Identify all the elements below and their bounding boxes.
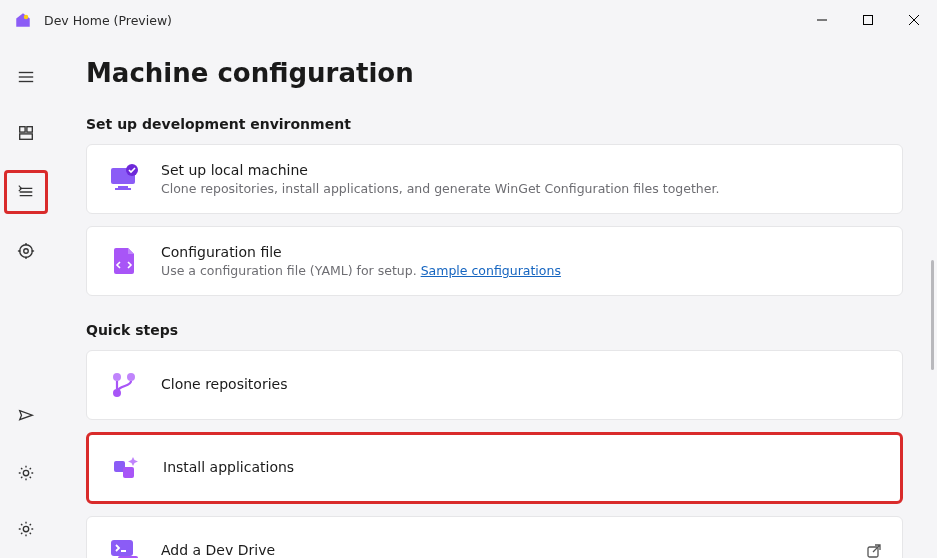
sidebar-item-extensions[interactable]	[7, 232, 45, 270]
hamburger-menu-button[interactable]	[7, 58, 45, 96]
sample-configurations-link[interactable]: Sample configurations	[421, 263, 561, 278]
card-title: Install applications	[163, 459, 880, 475]
svg-point-24	[127, 373, 135, 381]
titlebar: Dev Home (Preview)	[0, 0, 937, 40]
main-content: Machine configuration Set up development…	[52, 40, 937, 558]
sidebar	[0, 40, 52, 558]
card-add-dev-drive[interactable]: Add a Dev Drive	[86, 516, 903, 558]
card-description: Use a configuration file (YAML) for setu…	[161, 263, 882, 278]
svg-rect-28	[111, 540, 133, 556]
close-button[interactable]	[891, 0, 937, 40]
svg-rect-10	[20, 134, 33, 139]
file-code-icon	[107, 244, 141, 278]
svg-point-17	[23, 470, 28, 475]
svg-point-18	[23, 526, 28, 531]
monitor-check-icon	[107, 162, 141, 196]
section-label-quick-steps: Quick steps	[86, 322, 903, 338]
app-logo-icon	[14, 11, 32, 29]
card-title: Clone repositories	[161, 376, 882, 392]
sidebar-item-feedback[interactable]	[7, 398, 45, 436]
scrollbar-thumb[interactable]	[931, 260, 934, 370]
svg-point-12	[24, 249, 29, 254]
sidebar-item-machine-configuration[interactable]	[4, 170, 48, 214]
sidebar-item-settings[interactable]	[7, 454, 45, 492]
card-title: Set up local machine	[161, 162, 882, 178]
card-install-applications[interactable]: Install applications	[86, 432, 903, 504]
svg-point-0	[24, 15, 29, 20]
git-branch-icon	[107, 368, 141, 402]
card-configuration-file[interactable]: Configuration file Use a configuration f…	[86, 226, 903, 296]
card-clone-repositories[interactable]: Clone repositories	[86, 350, 903, 420]
open-external-icon	[866, 543, 882, 558]
card-setup-local-machine[interactable]: Set up local machine Clone repositories,…	[86, 144, 903, 214]
sidebar-item-preferences[interactable]	[7, 510, 45, 548]
svg-point-11	[20, 245, 33, 258]
svg-point-23	[113, 373, 121, 381]
sidebar-item-dashboard[interactable]	[7, 114, 45, 152]
page-title: Machine configuration	[86, 58, 903, 88]
svg-rect-8	[20, 127, 25, 132]
window-controls	[799, 0, 937, 40]
svg-rect-27	[123, 467, 134, 478]
section-label-environment: Set up development environment	[86, 116, 903, 132]
card-title: Add a Dev Drive	[161, 542, 846, 558]
card-description: Clone repositories, install applications…	[161, 181, 882, 196]
svg-rect-21	[115, 188, 131, 190]
svg-rect-9	[27, 127, 32, 132]
apps-sparkle-icon	[109, 451, 143, 485]
svg-rect-2	[864, 16, 873, 25]
minimize-button[interactable]	[799, 0, 845, 40]
window-title: Dev Home (Preview)	[44, 13, 172, 28]
card-title: Configuration file	[161, 244, 882, 260]
svg-rect-20	[118, 186, 128, 188]
maximize-button[interactable]	[845, 0, 891, 40]
terminal-drive-icon	[107, 534, 141, 558]
